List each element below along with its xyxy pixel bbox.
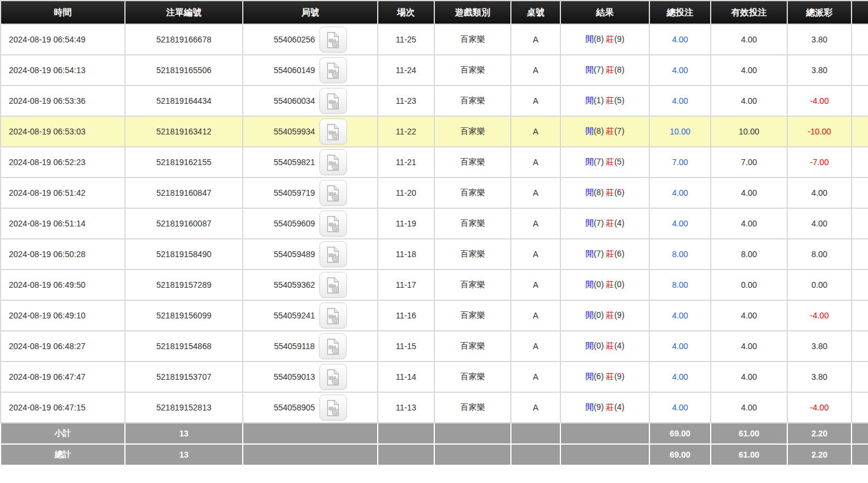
footer-empty-session xyxy=(378,444,434,465)
cell-valid-bet: 4.00 xyxy=(711,208,787,239)
cell-bet-id: 521819160087 xyxy=(125,208,243,239)
cell-round-no: 554059719 xyxy=(243,178,378,208)
table-row[interactable]: 2024-08-19 06:49:50521819157289554059362… xyxy=(1,270,868,300)
cell-bet-id: 521819163412 xyxy=(125,116,243,147)
result-player-label: 閒 xyxy=(585,126,593,136)
result-banker-score: (4) xyxy=(614,341,624,350)
cell-round-no: 554060149 xyxy=(243,55,378,86)
footer-empty-round-no xyxy=(243,444,378,465)
cell-payout: 3.80 xyxy=(787,55,852,86)
total-bet-link[interactable]: 4.00 xyxy=(672,188,688,198)
total-bet-link[interactable]: 8.00 xyxy=(672,249,688,259)
cell-time: 2024-08-19 06:54:13 xyxy=(1,55,125,86)
round-no-text: 554060149 xyxy=(273,65,315,75)
video-replay-button[interactable] xyxy=(319,27,347,52)
result-player-label: 閒 xyxy=(585,188,593,197)
cell-result: 閒(7) 莊(6) xyxy=(560,239,649,270)
table-row[interactable]: 2024-08-19 06:47:47521819153707554059013… xyxy=(1,362,868,392)
total-bet-link[interactable]: 4.00 xyxy=(672,311,688,320)
cell-bet-id: 521819157289 xyxy=(125,270,243,300)
cell-total-bet: 8.00 xyxy=(649,270,711,300)
total-bet-link[interactable]: 4.00 xyxy=(672,65,688,75)
video-replay-button[interactable] xyxy=(319,149,347,175)
total-bet-link[interactable]: 10.00 xyxy=(669,127,690,136)
video-replay-button[interactable] xyxy=(319,211,347,236)
cell-total-bet: 8.00 xyxy=(649,239,711,270)
video-replay-button[interactable] xyxy=(319,180,347,206)
cell-valid-bet: 10.00 xyxy=(711,116,787,147)
video-replay-button[interactable] xyxy=(319,88,347,114)
result-player-score: (7) xyxy=(593,157,606,166)
video-replay-button[interactable] xyxy=(319,333,346,359)
cell-valid-bet: 0.00 xyxy=(711,270,787,300)
footer-empty-table-no xyxy=(511,423,560,444)
cell-extra xyxy=(852,147,868,178)
footer-valid-bet: 61.00 xyxy=(711,423,787,444)
video-replay-button[interactable] xyxy=(319,395,347,420)
cell-game-type: 百家樂 xyxy=(434,55,511,86)
video-record-icon xyxy=(324,276,342,295)
video-record-icon xyxy=(324,153,342,172)
total-bet-link[interactable]: 8.00 xyxy=(672,280,688,290)
result-player-score: (0) xyxy=(593,341,606,350)
table-row[interactable]: 2024-08-19 06:54:13521819165506554060149… xyxy=(1,55,868,86)
cell-table-no: A xyxy=(511,362,560,392)
grand-total-row: 總計1369.0061.002.20 xyxy=(1,444,868,465)
result-banker-score: (9) xyxy=(614,310,624,320)
cell-session: 11-18 xyxy=(378,239,434,270)
cell-total-bet: 7.00 xyxy=(649,147,711,178)
video-replay-button[interactable] xyxy=(319,119,347,144)
column-header-total_bet: 總投注 xyxy=(649,1,711,24)
result-player-score: (7) xyxy=(593,249,606,258)
table-row[interactable]: 2024-08-19 06:47:15521819152813554058905… xyxy=(1,392,868,423)
video-replay-button[interactable] xyxy=(319,272,347,298)
cell-session: 11-23 xyxy=(378,86,434,116)
cell-result: 閒(6) 莊(9) xyxy=(560,362,649,392)
footer-total-bet: 69.00 xyxy=(649,423,711,444)
round-no-text: 554059934 xyxy=(273,127,315,136)
footer-empty-result xyxy=(560,444,649,465)
cell-table-no: A xyxy=(511,116,560,147)
table-row[interactable]: 2024-08-19 06:49:10521819156099554059241… xyxy=(1,300,868,331)
cell-result: 閒(7) 莊(5) xyxy=(560,147,649,178)
footer-payout: 2.20 xyxy=(787,423,852,444)
cell-game-type: 百家樂 xyxy=(434,362,511,392)
video-replay-button[interactable] xyxy=(319,303,347,328)
total-bet-link[interactable]: 7.00 xyxy=(672,157,688,167)
total-bet-link[interactable]: 4.00 xyxy=(672,372,688,382)
result-banker-score: (0) xyxy=(614,280,624,289)
total-bet-link[interactable]: 4.00 xyxy=(672,35,688,44)
result-player-score: (6) xyxy=(593,372,606,381)
footer-count: 13 xyxy=(125,423,243,444)
video-replay-button[interactable] xyxy=(319,241,347,267)
table-row[interactable]: 2024-08-19 06:53:36521819164434554060034… xyxy=(1,86,868,116)
total-bet-link[interactable]: 4.00 xyxy=(672,403,688,412)
cell-round-no: 554059013 xyxy=(243,362,378,392)
total-bet-link[interactable]: 4.00 xyxy=(672,219,688,228)
result-banker-label: 莊 xyxy=(606,157,614,166)
footer-empty-table-no xyxy=(511,444,560,465)
table-row[interactable]: 2024-08-19 06:50:28521819158490554059489… xyxy=(1,239,868,270)
footer-valid-bet: 61.00 xyxy=(711,444,787,465)
footer-empty-extra xyxy=(852,444,868,465)
round-no-text: 554059489 xyxy=(273,249,315,259)
total-bet-link[interactable]: 4.00 xyxy=(672,341,688,351)
table-row[interactable]: 2024-08-19 06:52:23521819162155554059821… xyxy=(1,147,868,178)
table-row[interactable]: 2024-08-19 06:51:14521819160087554059609… xyxy=(1,208,868,239)
cell-session: 11-17 xyxy=(378,270,434,300)
cell-round-no: 554059821 xyxy=(243,147,378,178)
video-replay-button[interactable] xyxy=(319,364,347,390)
table-row[interactable]: 2024-08-19 06:53:03521819163412554059934… xyxy=(1,116,868,147)
table-row[interactable]: 2024-08-19 06:51:42521819160847554059719… xyxy=(1,178,868,208)
video-replay-button[interactable] xyxy=(319,57,347,83)
cell-session: 11-20 xyxy=(378,178,434,208)
cell-round-no: 554059362 xyxy=(243,270,378,300)
total-bet-link[interactable]: 4.00 xyxy=(672,96,688,106)
round-no-text: 554060034 xyxy=(273,96,315,106)
cell-result: 閒(0) 莊(0) xyxy=(560,270,649,300)
cell-time: 2024-08-19 06:54:49 xyxy=(1,24,125,55)
table-row[interactable]: 2024-08-19 06:54:49521819166678554060256… xyxy=(1,24,868,55)
result-banker-label: 莊 xyxy=(606,96,614,105)
result-banker-label: 莊 xyxy=(606,126,614,136)
table-row[interactable]: 2024-08-19 06:48:27521819154868554059118… xyxy=(1,331,868,362)
